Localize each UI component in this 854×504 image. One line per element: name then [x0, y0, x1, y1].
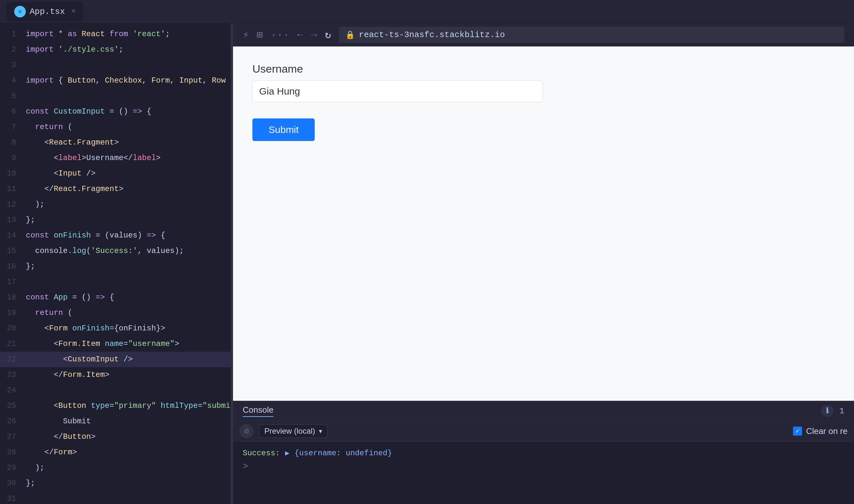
submit-button[interactable]: Submit: [252, 119, 315, 141]
line-number-22: 22: [0, 352, 23, 367]
line-content-3: [23, 57, 231, 73]
code-line-24: 24: [0, 383, 231, 398]
console-log-line-1: Success: ▶ {username: undefined}: [243, 447, 844, 460]
line-number-28: 28: [0, 445, 23, 460]
line-content-16: };: [23, 259, 231, 274]
clear-on-reload-checkbox[interactable]: ✓: [793, 427, 802, 436]
line-content-2: import './style.css';: [23, 42, 231, 57]
console-success-text: Success:: [243, 449, 280, 457]
code-line-16: 16 };: [0, 259, 231, 274]
code-line-25: 25 <Button type="primary" htmlType="subm…: [0, 398, 231, 414]
clear-on-reload-label: Clear on re: [806, 426, 848, 436]
line-content-10: <Input />: [23, 166, 231, 181]
line-content-27: </Button>: [23, 429, 231, 445]
split-view-icon[interactable]: ⊞: [256, 29, 263, 41]
line-content-13: };: [23, 212, 231, 228]
clear-console-button[interactable]: ⊘: [239, 424, 254, 438]
line-number-24: 24: [0, 383, 23, 398]
preview-selector[interactable]: Preview (local) ▾: [259, 424, 327, 438]
forward-button[interactable]: →: [311, 29, 317, 41]
app-tsx-tab[interactable]: ⚛ App.tsx ×: [6, 2, 83, 21]
line-content-15: console.log('Success:', values);: [23, 243, 231, 259]
line-content-18: const App = () => {: [23, 290, 231, 305]
line-number-19: 19: [0, 305, 23, 321]
line-content-19: return (: [23, 305, 231, 321]
code-line-1: 1 import * as React from 'react';: [0, 26, 231, 42]
code-line-30: 30 };: [0, 475, 231, 491]
code-line-12: 12 );: [0, 197, 231, 212]
clear-icon: ⊘: [244, 427, 249, 435]
line-content-11: </React.Fragment>: [23, 181, 231, 197]
line-content-22: <CustomInput />: [23, 352, 231, 367]
line-number-26: 26: [0, 414, 23, 429]
console-count: 1: [839, 406, 844, 416]
line-content-4: import { Button, Checkbox, Form, Input, …: [23, 73, 231, 88]
line-content-26: Submit: [23, 414, 231, 429]
line-number-16: 16: [0, 259, 23, 274]
console-triangle-icon[interactable]: ▶: [285, 449, 289, 457]
back-button[interactable]: ←: [297, 29, 303, 41]
username-input[interactable]: [252, 80, 543, 102]
main-area: 1 import * as React from 'react'; 2 impo…: [0, 23, 854, 504]
console-input-caret: >: [243, 460, 844, 473]
line-content-6: const CustomInput = () => {: [23, 104, 231, 120]
console-obj-text: {username: undefined}: [295, 449, 392, 457]
code-line-10: 10 <Input />: [0, 166, 231, 181]
code-line-15: 15 console.log('Success:', values);: [0, 243, 231, 259]
line-content-23: </Form.Item>: [23, 367, 231, 383]
line-content-7: return (: [23, 120, 231, 135]
line-number-25: 25: [0, 398, 23, 414]
caret-icon: >: [243, 462, 248, 471]
line-content-31: [23, 491, 231, 504]
line-number-3: 3: [0, 57, 23, 73]
line-content-9: <label>Username</label>: [23, 150, 231, 166]
code-line-2: 2 import './style.css';: [0, 42, 231, 57]
tab-close-button[interactable]: ×: [71, 7, 75, 16]
address-bar[interactable]: 🔒 react-ts-3nasfc.stackblitz.io: [339, 27, 844, 43]
line-content-24: [23, 383, 231, 398]
line-content-28: </Form>: [23, 445, 231, 460]
browser-panel: ⚡ ⊞ ··· ← → ↻ 🔒 react-ts-3nasfc.stackbli…: [233, 23, 854, 504]
preview-form: Username Submit: [252, 62, 543, 141]
line-number-10: 10: [0, 166, 23, 181]
url-text: react-ts-3nasfc.stackblitz.io: [359, 30, 505, 40]
code-line-13: 13 };: [0, 212, 231, 228]
console-tab[interactable]: Console: [243, 405, 273, 417]
chevron-down-icon: ▾: [319, 427, 322, 435]
line-content-1: import * as React from 'react';: [23, 26, 231, 42]
line-number-29: 29: [0, 460, 23, 475]
code-line-27: 27 </Button>: [0, 429, 231, 445]
line-number-30: 30: [0, 475, 23, 491]
line-content-17: [23, 274, 231, 290]
code-line-5: 5: [0, 88, 231, 104]
line-number-23: 23: [0, 367, 23, 383]
preview-selector-label: Preview (local): [264, 427, 315, 436]
line-number-6: 6: [0, 104, 23, 120]
console-output: Success: ▶ {username: undefined} >: [233, 442, 854, 504]
line-number-11: 11: [0, 181, 23, 197]
line-number-17: 17: [0, 274, 23, 290]
browser-top-bar: ⚡ ⊞ ··· ← → ↻ 🔒 react-ts-3nasfc.stackbli…: [233, 23, 854, 47]
line-number-9: 9: [0, 150, 23, 166]
line-number-21: 21: [0, 336, 23, 352]
line-number-20: 20: [0, 321, 23, 336]
code-line-20: 20 <Form onFinish={onFinish}>: [0, 321, 231, 336]
line-number-27: 27: [0, 429, 23, 445]
console-panel: Console ℹ 1 ⊘ Preview (local) ▾ ✓ Clear …: [233, 401, 854, 504]
code-line-9: 9 <label>Username</label>: [0, 150, 231, 166]
react-icon: ⚛: [14, 6, 26, 17]
code-line-8: 8 <React.Fragment>: [0, 135, 231, 150]
code-area: 1 import * as React from 'react'; 2 impo…: [0, 23, 231, 504]
line-number-13: 13: [0, 212, 23, 228]
preview-area: Username Submit: [233, 47, 854, 401]
refresh-button[interactable]: ↻: [325, 29, 331, 41]
tab-bar: ⚛ App.tsx ×: [0, 0, 854, 23]
lock-icon: 🔒: [345, 30, 355, 40]
line-number-15: 15: [0, 243, 23, 259]
more-options-icon[interactable]: ···: [271, 29, 289, 41]
console-toolbar: ⊘ Preview (local) ▾ ✓ Clear on re: [233, 421, 854, 442]
code-line-17: 17: [0, 274, 231, 290]
line-content-14: const onFinish = (values) => {: [23, 228, 231, 243]
code-line-4: 4 import { Button, Checkbox, Form, Input…: [0, 73, 231, 88]
line-content-20: <Form onFinish={onFinish}>: [23, 321, 231, 336]
